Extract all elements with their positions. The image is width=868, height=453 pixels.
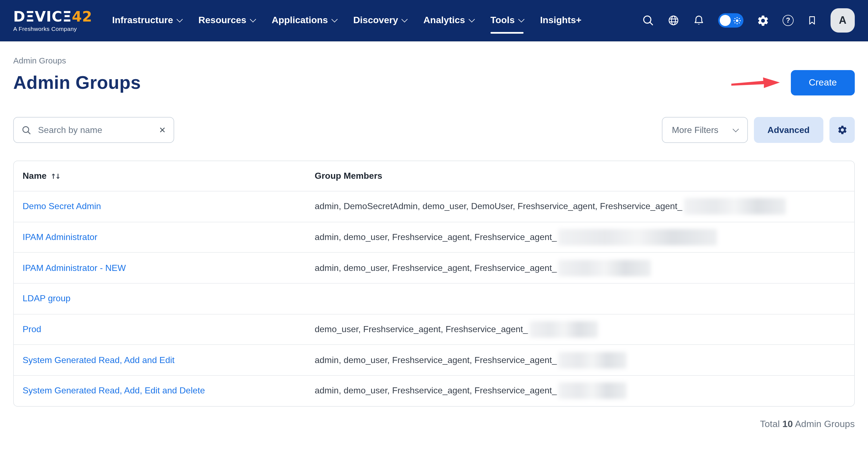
menu-label: Applications	[272, 15, 328, 26]
menu-item-infrastructure[interactable]: Infrastructure	[112, 0, 182, 41]
total-label: Total	[760, 419, 780, 429]
group-name-cell: Demo Secret Admin	[14, 202, 315, 211]
advanced-button[interactable]: Advanced	[754, 117, 824, 143]
menu-item-tools[interactable]: Tools	[491, 0, 524, 41]
menu-label: Infrastructure	[112, 15, 173, 26]
gear-icon[interactable]	[757, 14, 769, 27]
column-label: Name	[23, 171, 46, 181]
brand-wordmark: DΞVICΞ42	[13, 9, 92, 24]
total-count: Total 10 Admin Groups	[13, 419, 855, 430]
device42-logo[interactable]: DΞVICΞ42 A Freshworks Company	[13, 9, 92, 32]
menu-label: Tools	[491, 15, 515, 26]
members-text: admin, demo_user, Freshservice_agent, Fr…	[315, 355, 557, 365]
redacted-blur	[559, 383, 627, 399]
menu-item-applications[interactable]: Applications	[272, 0, 337, 41]
breadcrumb[interactable]: Admin Groups	[13, 56, 66, 65]
avatar[interactable]: A	[831, 8, 855, 33]
group-name-link[interactable]: System Generated Read, Add, Edit and Del…	[23, 386, 205, 395]
members-text: admin, demo_user, Freshservice_agent, Fr…	[315, 232, 557, 242]
sort-icon: ↑↓	[51, 172, 60, 180]
total-number: 10	[782, 419, 793, 429]
search-input[interactable]	[37, 124, 154, 136]
column-header-group-members: Group Members	[315, 171, 854, 181]
top-navbar: DΞVICΞ42 A Freshworks Company Infrastruc…	[0, 0, 868, 41]
chevron-down-icon	[177, 16, 183, 22]
search-icon	[22, 125, 31, 135]
column-header-name[interactable]: Name ↑↓	[14, 171, 315, 181]
table-row: System Generated Read, Add and Edit admi…	[14, 345, 854, 376]
group-members-cell: admin, DemoSecretAdmin, demo_user, DemoU…	[315, 198, 854, 215]
filter-actions: More Filters Advanced	[662, 117, 855, 143]
menu-item-analytics[interactable]: Analytics	[424, 0, 474, 41]
title-row: Admin Groups Create	[13, 70, 855, 95]
total-entity: Admin Groups	[795, 419, 855, 429]
red-arrow-annotation	[731, 76, 781, 90]
group-name-link[interactable]: IPAM Administrator	[23, 232, 97, 242]
group-name-cell: LDAP group	[14, 294, 315, 304]
menu-item-discovery[interactable]: Discovery	[353, 0, 407, 41]
group-name-cell: System Generated Read, Add, Edit and Del…	[14, 386, 315, 396]
menu-label: Insights+	[540, 15, 582, 26]
group-members-cell: admin, demo_user, Freshservice_agent, Fr…	[315, 260, 854, 276]
group-name-link[interactable]: IPAM Administrator - NEW	[23, 263, 126, 272]
group-name-link[interactable]: LDAP group	[23, 294, 70, 303]
main-menu: Infrastructure Resources Applications Di…	[112, 0, 582, 41]
notifications-bell-icon[interactable]	[693, 15, 705, 27]
admin-groups-table: Name ↑↓ Group Members Demo Secret Admin …	[13, 161, 855, 407]
navbar-actions: ? A	[642, 8, 855, 33]
table-row: LDAP group	[14, 284, 854, 314]
chevron-down-icon	[250, 16, 256, 22]
table-row: IPAM Administrator - NEW admin, demo_use…	[14, 253, 854, 284]
bookmark-icon[interactable]	[807, 15, 817, 27]
create-button[interactable]: Create	[791, 70, 855, 95]
search-icon[interactable]	[642, 15, 654, 27]
brand-tagline: A Freshworks Company	[13, 25, 92, 32]
table-row: IPAM Administrator admin, demo_user, Fre…	[14, 222, 854, 253]
menu-label: Resources	[198, 15, 246, 26]
members-text: demo_user, Freshservice_agent, Freshserv…	[315, 324, 528, 334]
group-members-cell: demo_user, Freshservice_agent, Freshserv…	[315, 321, 854, 338]
members-text: admin, demo_user, Freshservice_agent, Fr…	[315, 386, 557, 396]
chevron-down-icon	[468, 16, 475, 22]
table-row: Prod demo_user, Freshservice_agent, Fres…	[14, 314, 854, 345]
help-glyph: ?	[782, 15, 794, 26]
group-name-link[interactable]: Prod	[23, 324, 41, 334]
group-members-cell: admin, demo_user, Freshservice_agent, Fr…	[315, 352, 854, 369]
table-row: System Generated Read, Add, Edit and Del…	[14, 376, 854, 406]
clear-search-icon[interactable]: ✕	[159, 126, 166, 134]
group-name-cell: Prod	[14, 324, 315, 334]
toggle-knob	[720, 15, 731, 26]
members-text: admin, DemoSecretAdmin, demo_user, DemoU…	[315, 202, 682, 211]
sun-icon	[734, 17, 741, 24]
group-name-cell: IPAM Administrator - NEW	[14, 263, 315, 273]
page-title: Admin Groups	[13, 72, 141, 93]
help-icon[interactable]: ?	[782, 15, 794, 26]
chevron-down-icon	[402, 16, 408, 22]
chevron-down-icon	[332, 16, 338, 22]
menu-item-insights-plus[interactable]: Insights+	[540, 0, 582, 41]
globe-icon[interactable]	[668, 15, 680, 27]
filter-row: ✕ More Filters Advanced	[13, 117, 855, 143]
redacted-blur	[559, 352, 627, 369]
group-name-link[interactable]: System Generated Read, Add and Edit	[23, 355, 175, 365]
chevron-down-icon	[733, 126, 739, 133]
group-members-cell: admin, demo_user, Freshservice_agent, Fr…	[315, 229, 854, 246]
main-content: Admin Groups Admin Groups Create ✕ More …	[0, 56, 868, 430]
search-box: ✕	[13, 117, 174, 143]
more-filters-dropdown[interactable]: More Filters	[662, 117, 748, 143]
group-members-cell: admin, demo_user, Freshservice_agent, Fr…	[315, 383, 854, 399]
theme-toggle[interactable]	[718, 13, 743, 28]
table-settings-gear-icon[interactable]	[830, 117, 855, 143]
chevron-down-icon	[518, 16, 525, 22]
brand-accent-42: 42	[72, 8, 92, 25]
group-name-link[interactable]: Demo Secret Admin	[23, 202, 101, 211]
title-actions: Create	[731, 70, 855, 95]
members-text: admin, demo_user, Freshservice_agent, Fr…	[315, 263, 557, 273]
menu-item-resources[interactable]: Resources	[198, 0, 255, 41]
redacted-blur	[684, 198, 786, 215]
group-name-cell: IPAM Administrator	[14, 232, 315, 242]
menu-label: Analytics	[424, 15, 465, 26]
group-name-cell: System Generated Read, Add and Edit	[14, 355, 315, 365]
table-header: Name ↑↓ Group Members	[14, 161, 854, 192]
redacted-blur	[559, 260, 651, 276]
